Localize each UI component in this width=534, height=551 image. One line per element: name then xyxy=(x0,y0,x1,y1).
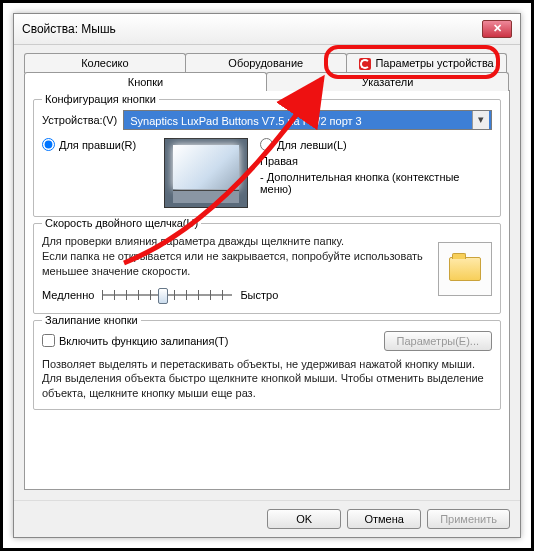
checkbox-clicklock[interactable]: Включить функцию залипания(T) xyxy=(42,334,229,347)
group-double-click: Скорость двойного щелчка(U) Для проверки… xyxy=(33,223,501,314)
legend-dblclick: Скорость двойного щелчка(U) xyxy=(42,217,201,229)
ok-button[interactable]: OK xyxy=(267,509,341,529)
dblclick-help2: Если папка не открывается или не закрыва… xyxy=(42,249,428,279)
dblclick-speed-slider[interactable] xyxy=(102,285,232,305)
synaptics-icon xyxy=(359,58,371,70)
right-button-heading: Правая xyxy=(260,155,492,167)
device-label: Устройства:(V) xyxy=(42,114,117,126)
radio-left-handed[interactable]: Для левши(L) xyxy=(260,138,492,151)
apply-button: Применить xyxy=(427,509,510,529)
dblclick-test-folder[interactable] xyxy=(438,242,492,296)
radio-right-handed[interactable]: Для правши(R) xyxy=(42,138,152,151)
clicklock-description: Позволяет выделять и перетаскивать объек… xyxy=(42,357,492,402)
tab-wheel[interactable]: Колесико xyxy=(24,53,186,73)
tab-buttons[interactable]: Кнопки xyxy=(24,72,267,91)
slider-label-slow: Медленно xyxy=(42,289,94,301)
window-title: Свойства: Мышь xyxy=(22,22,116,36)
legend-sticky: Залипание кнопки xyxy=(42,314,141,326)
tab-hardware[interactable]: Оборудование xyxy=(185,53,347,73)
device-select[interactable]: Synaptics LuxPad Buttons V7.5 на PS/2 по… xyxy=(123,110,492,130)
slider-label-fast: Быстро xyxy=(240,289,278,301)
group-clicklock: Залипание кнопки Включить функцию залипа… xyxy=(33,320,501,411)
titlebar: Свойства: Мышь ✕ xyxy=(14,14,520,45)
close-button[interactable]: ✕ xyxy=(482,20,512,38)
group-button-config: Конфигурация кнопки Устройства:(V) Synap… xyxy=(33,99,501,217)
dialog-button-bar: OK Отмена Применить xyxy=(14,500,520,537)
right-button-desc: - Дополнительная кнопка (контекстные мен… xyxy=(260,171,492,195)
tab-device-settings[interactable]: Параметры устройства xyxy=(346,53,508,73)
folder-icon xyxy=(449,257,481,281)
cancel-button[interactable]: Отмена xyxy=(347,509,421,529)
tab-container: Колесико Оборудование Параметры устройст… xyxy=(24,53,510,91)
touchpad-preview-image xyxy=(164,138,248,208)
legend-config: Конфигурация кнопки xyxy=(42,93,159,105)
clicklock-settings-button: Параметры(E)... xyxy=(384,331,492,351)
tab-pointers[interactable]: Указатели xyxy=(266,72,509,91)
dblclick-help1: Для проверки влияния параметра дважды ще… xyxy=(42,234,428,249)
